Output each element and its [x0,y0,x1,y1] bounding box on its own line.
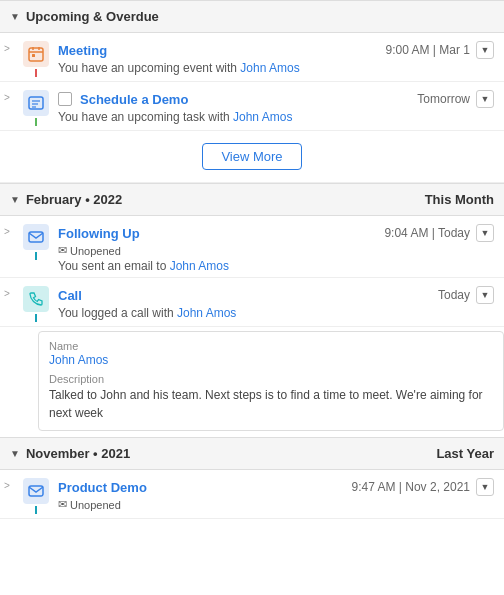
view-more-row: View More [0,131,504,183]
item-meta-meeting: 9:00 AM | Mar 1 [386,43,471,57]
item-icon-call [23,286,49,312]
item-desc-following-up: You sent an email to John Amos [58,259,494,273]
item-dropdown-following-up[interactable]: ▼ [476,224,494,242]
vertical-line-meeting [35,69,37,77]
item-title-call[interactable]: Call [58,288,82,303]
item-desc-schedule-demo: You have an upcoming task with John Amos [58,110,494,124]
detail-desc-label-call: Description [49,373,493,385]
item-expand-following-up[interactable]: > [4,226,20,237]
item-title-row-call: Call Today ▼ [58,286,494,304]
item-link-call[interactable]: John Amos [177,306,236,320]
section-title-nov-2021: November • 2021 [26,446,130,461]
item-title-product-demo[interactable]: Product Demo [58,480,147,495]
vertical-line-call [35,314,37,322]
svg-rect-0 [29,48,43,61]
item-icon-col-following-up [20,224,52,260]
section-items-upcoming-overdue: > Meeting 9:00 AM | Ma [0,33,504,183]
detail-block-call: Name John Amos Description Talked to Joh… [38,331,504,431]
item-link-following-up[interactable]: John Amos [170,259,229,273]
svg-rect-4 [32,54,35,57]
chevron-icon-nov-2021[interactable]: ▼ [10,448,20,459]
item-icon-col-call [20,286,52,322]
item-title-row-meeting: Meeting 9:00 AM | Mar 1 ▼ [58,41,494,59]
item-meta-schedule-demo: Tomorrow [417,92,470,106]
section-right-label-nov-2021: Last Year [436,446,494,461]
item-expand-meeting[interactable]: > [4,43,20,54]
item-status-product-demo: ✉Unopened [58,498,494,511]
section-items-feb-2022: > Following Up 9:04 AM | Today [0,216,504,431]
email-sm-icon-following-up: ✉ [58,244,67,257]
item-title-row-product-demo: Product Demo 9:47 AM | Nov 2, 2021 ▼ [58,478,494,496]
item-icon-meeting [23,41,49,67]
section-title-feb-2022: February • 2022 [26,192,122,207]
section-title-upcoming-overdue: Upcoming & Overdue [26,9,159,24]
section-header-left-feb-2022[interactable]: ▼ February • 2022 [10,192,122,207]
item-row-call: > Call Today ▼ [0,278,504,327]
item-dropdown-meeting[interactable]: ▼ [476,41,494,59]
item-icon-schedule-demo [23,90,49,116]
item-row-meeting: > Meeting 9:00 AM | Ma [0,33,504,82]
item-content-product-demo: Product Demo 9:47 AM | Nov 2, 2021 ▼ ✉Un… [52,478,494,511]
view-more-button[interactable]: View More [202,143,301,170]
vertical-line-following-up [35,252,37,260]
item-desc-meeting: You have an upcoming event with John Amo… [58,61,494,75]
item-title-meeting[interactable]: Meeting [58,43,107,58]
item-content-following-up: Following Up 9:04 AM | Today ▼ ✉Unopened… [52,224,494,273]
vertical-line-product-demo [35,506,37,514]
item-dropdown-product-demo[interactable]: ▼ [476,478,494,496]
item-status-following-up: ✉Unopened [58,244,494,257]
svg-rect-9 [29,232,43,242]
section-right-label-feb-2022: This Month [425,192,494,207]
section-header-left-upcoming-overdue[interactable]: ▼ Upcoming & Overdue [10,9,159,24]
item-title-row-schedule-demo: Schedule a Demo Tomorrow ▼ [58,90,494,108]
section-header-left-nov-2021[interactable]: ▼ November • 2021 [10,446,130,461]
email-sm-icon-product-demo: ✉ [58,498,67,511]
chevron-icon-upcoming-overdue[interactable]: ▼ [10,11,20,22]
item-row-schedule-demo: > Schedule a Demo Tomorrow [0,82,504,131]
item-expand-product-demo[interactable]: > [4,480,20,491]
section-header-upcoming-overdue: ▼ Upcoming & Overdue [0,0,504,33]
item-row-following-up: > Following Up 9:04 AM | Today [0,216,504,278]
detail-name-label-call: Name [49,340,493,352]
item-dropdown-schedule-demo[interactable]: ▼ [476,90,494,108]
item-icon-col-product-demo [20,478,52,514]
item-meta-product-demo: 9:47 AM | Nov 2, 2021 [351,480,470,494]
status-text-product-demo: Unopened [70,499,121,511]
item-row-product-demo: > Product Demo 9:47 AM | Nov 2, 2021 [0,470,504,519]
section-items-nov-2021: > Product Demo 9:47 AM | Nov 2, 2021 [0,470,504,519]
item-content-call: Call Today ▼ You logged a call with John… [52,286,494,320]
item-icon-product-demo [23,478,49,504]
checkbox-schedule-demo[interactable] [58,92,72,106]
svg-rect-10 [29,486,43,496]
section-header-feb-2022: ▼ February • 2022 This Month [0,183,504,216]
item-content-meeting: Meeting 9:00 AM | Mar 1 ▼ You have an up… [52,41,494,75]
item-dropdown-call[interactable]: ▼ [476,286,494,304]
item-expand-schedule-demo[interactable]: > [4,92,20,103]
item-title-following-up[interactable]: Following Up [58,226,140,241]
item-desc-call: You logged a call with John Amos [58,306,494,320]
item-link-meeting[interactable]: John Amos [240,61,299,75]
section-header-nov-2021: ▼ November • 2021 Last Year [0,437,504,470]
item-title-schedule-demo[interactable]: Schedule a Demo [80,92,188,107]
item-meta-call: Today [438,288,470,302]
item-icon-following-up [23,224,49,250]
status-text-following-up: Unopened [70,245,121,257]
item-content-schedule-demo: Schedule a Demo Tomorrow ▼ You have an u… [52,90,494,124]
item-link-schedule-demo[interactable]: John Amos [233,110,292,124]
vertical-line-schedule-demo [35,118,37,126]
detail-name-value-call[interactable]: John Amos [49,353,493,367]
item-expand-call[interactable]: > [4,288,20,299]
item-title-row-following-up: Following Up 9:04 AM | Today ▼ [58,224,494,242]
detail-desc-value-call: Talked to John and his team. Next steps … [49,386,493,422]
item-icon-col-schedule-demo [20,90,52,126]
chevron-icon-feb-2022[interactable]: ▼ [10,194,20,205]
item-icon-col-meeting [20,41,52,77]
item-meta-following-up: 9:04 AM | Today [384,226,470,240]
